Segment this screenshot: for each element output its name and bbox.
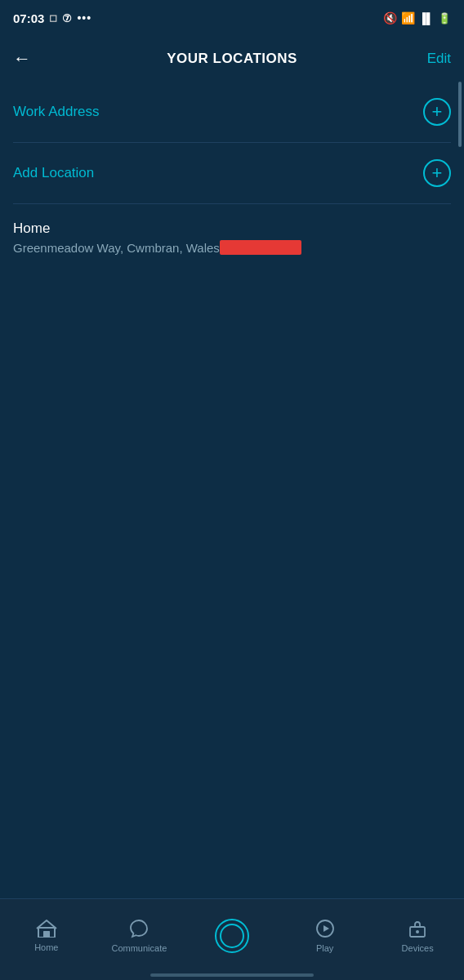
status-icon-frame: ◻ <box>49 12 57 24</box>
back-button[interactable]: ← <box>13 48 31 69</box>
battery-icon: 🔋 <box>438 12 451 24</box>
nav-item-alexa[interactable] <box>185 919 279 953</box>
content-area: Work Address + Add Location + Home Green… <box>0 82 464 271</box>
nav-item-communicate[interactable]: Communicate <box>93 919 186 953</box>
work-address-add-button[interactable]: + <box>423 98 451 126</box>
add-location-add-button[interactable]: + <box>423 159 451 187</box>
wifi-icon: 📶 <box>401 11 415 24</box>
play-nav-label: Play <box>316 943 333 953</box>
nav-item-home[interactable]: Home <box>0 920 93 952</box>
communicate-nav-icon <box>129 919 149 938</box>
devices-nav-label: Devices <box>402 943 434 953</box>
page-header: ← YOUR LOCATIONS Edit <box>0 36 464 82</box>
bottom-indicator <box>150 973 314 977</box>
bottom-navigation: Home Communicate Play <box>0 898 464 980</box>
status-bar: 07:03 ◻ ⑦ ••• 🔇 📶 ▐▌ 🔋 <box>0 0 464 36</box>
svg-point-5 <box>416 930 419 933</box>
redacted-address <box>220 240 301 255</box>
status-time: 07:03 ◻ ⑦ ••• <box>13 11 91 25</box>
add-location-item[interactable]: Add Location + <box>0 143 464 203</box>
communicate-nav-label: Communicate <box>111 943 167 953</box>
work-address-item[interactable]: Work Address + <box>0 82 464 142</box>
status-icons: 🔇 📶 ▐▌ 🔋 <box>383 11 451 24</box>
add-location-label: Add Location <box>13 165 94 181</box>
home-location-title: Home <box>13 220 451 237</box>
work-address-label: Work Address <box>13 104 100 120</box>
scrollbar <box>458 82 462 147</box>
home-nav-icon <box>36 920 57 938</box>
edit-button[interactable]: Edit <box>427 51 451 67</box>
play-nav-icon <box>315 919 335 938</box>
alexa-inner-circle <box>220 924 244 948</box>
home-location-item[interactable]: Home Greenmeadow Way, Cwmbran, Wales <box>0 204 464 271</box>
page-title: YOUR LOCATIONS <box>167 51 297 67</box>
alexa-button[interactable] <box>215 919 249 953</box>
add-location-plus-icon: + <box>432 164 443 182</box>
svg-marker-3 <box>323 925 329 932</box>
work-address-plus-icon: + <box>432 103 443 121</box>
mute-icon: 🔇 <box>383 11 397 24</box>
nav-item-play[interactable]: Play <box>279 919 372 953</box>
signal-icon: ▐▌ <box>419 12 434 24</box>
status-icon-dots: ••• <box>77 11 91 24</box>
svg-rect-1 <box>43 931 50 938</box>
home-nav-label: Home <box>34 942 58 952</box>
devices-nav-icon <box>408 919 427 938</box>
status-icon-num: ⑦ <box>62 12 72 24</box>
home-address-row: Greenmeadow Way, Cwmbran, Wales <box>13 240 451 255</box>
nav-item-devices[interactable]: Devices <box>371 919 464 953</box>
home-address-text: Greenmeadow Way, Cwmbran, Wales <box>13 241 220 255</box>
